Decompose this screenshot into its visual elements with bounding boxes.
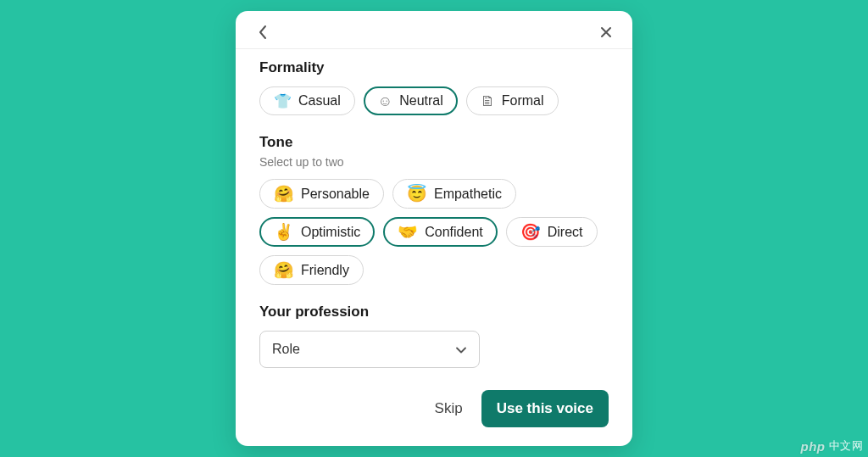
- profession-title: Your profession: [259, 304, 609, 320]
- formality-option-label: Casual: [298, 93, 341, 109]
- skip-button[interactable]: Skip: [431, 393, 466, 424]
- watermark-text: 中文网: [829, 438, 864, 454]
- tone-option-label: Friendly: [301, 263, 349, 278]
- profession-select-wrap: Role: [259, 331, 480, 368]
- personable-emoji-icon: 🤗: [274, 186, 294, 202]
- tone-option-label: Optimistic: [301, 225, 360, 240]
- tone-option-label: Direct: [548, 225, 583, 240]
- modal-header: [236, 11, 632, 48]
- modal-body: Formality 👕Casual☺Neutral🗎Formal Tone Se…: [236, 48, 632, 446]
- confident-emoji-icon: 🤝: [398, 224, 418, 240]
- tone-option-label: Empathetic: [434, 187, 502, 202]
- neutral-icon: ☺: [378, 94, 392, 109]
- tone-option-label: Personable: [301, 187, 370, 202]
- watermark-brand: php: [801, 439, 826, 454]
- tone-title: Tone: [259, 134, 609, 151]
- profession-select-value: Role: [272, 342, 300, 357]
- chevron-down-icon: [455, 342, 467, 357]
- tone-option-personable[interactable]: 🤗Personable: [259, 179, 384, 209]
- tone-option-label: Confident: [425, 225, 483, 240]
- direct-emoji-icon: 🎯: [520, 224, 541, 240]
- casual-icon: 👕: [274, 94, 292, 109]
- formal-icon: 🗎: [481, 94, 495, 109]
- modal-footer: Skip Use this voice: [259, 390, 609, 427]
- use-voice-button[interactable]: Use this voice: [481, 390, 609, 427]
- empathetic-emoji-icon: 😇: [407, 186, 427, 202]
- formality-option-label: Formal: [502, 93, 544, 109]
- chevron-left-icon: [258, 25, 267, 40]
- optimistic-emoji-icon: ✌️: [274, 224, 294, 240]
- watermark: php 中文网: [801, 438, 864, 454]
- formality-title: Formality: [259, 59, 609, 76]
- tone-option-empathetic[interactable]: 😇Empathetic: [392, 179, 516, 209]
- formality-option-label: Neutral: [399, 93, 443, 109]
- voice-setup-modal: Formality 👕Casual☺Neutral🗎Formal Tone Se…: [236, 11, 632, 446]
- close-button[interactable]: [598, 25, 614, 40]
- tone-option-confident[interactable]: 🤝Confident: [383, 217, 498, 247]
- formality-option-casual[interactable]: 👕Casual: [259, 86, 355, 115]
- close-icon: [599, 25, 613, 39]
- back-button[interactable]: [254, 25, 270, 40]
- tone-subtitle: Select up to two: [259, 155, 609, 169]
- tone-option-direct[interactable]: 🎯Direct: [506, 217, 598, 247]
- formality-options: 👕Casual☺Neutral🗎Formal: [259, 86, 609, 115]
- friendly-emoji-icon: 🤗: [274, 262, 294, 278]
- tone-option-friendly[interactable]: 🤗Friendly: [259, 255, 364, 285]
- profession-select[interactable]: Role: [259, 331, 480, 368]
- formality-option-neutral[interactable]: ☺Neutral: [364, 86, 458, 115]
- formality-option-formal[interactable]: 🗎Formal: [466, 86, 559, 115]
- tone-options: 🤗Personable😇Empathetic✌️Optimistic🤝Confi…: [259, 179, 609, 285]
- tone-option-optimistic[interactable]: ✌️Optimistic: [259, 217, 375, 247]
